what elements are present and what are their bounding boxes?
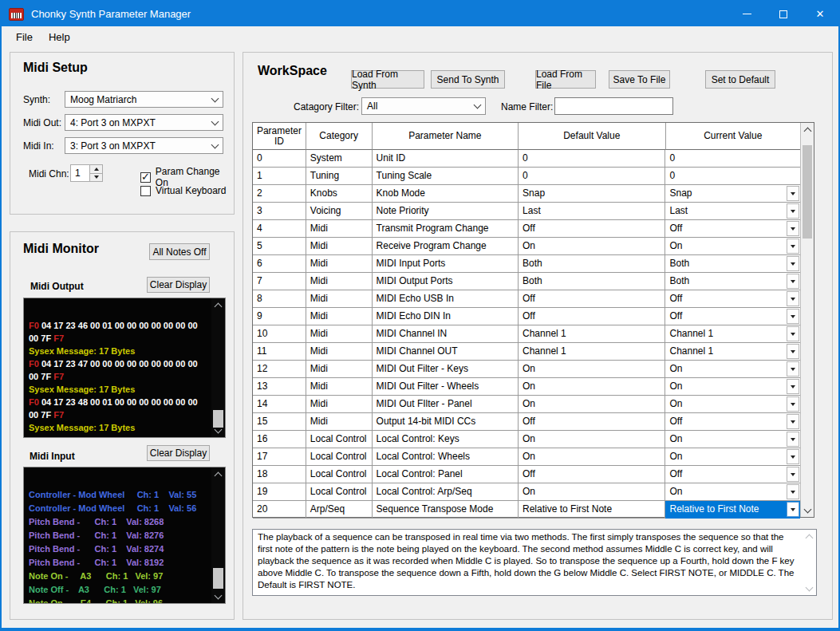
cell-dropdown-button[interactable]	[787, 449, 799, 464]
menu-file[interactable]: File	[8, 28, 41, 46]
cell-current-value[interactable]: Channel 1	[665, 343, 800, 361]
table-row[interactable]: 18Local ControlLocal Control: PanelOffOf…	[253, 466, 800, 483]
cell-current-value[interactable]: Relative to First Note	[665, 501, 800, 519]
cell-dropdown-button[interactable]	[787, 186, 799, 201]
table-row[interactable]: 12MidiMIDI Out Filter - KeysOnOn	[253, 361, 800, 378]
cell-dropdown-button[interactable]	[787, 361, 799, 377]
table-row[interactable]: 5MidiReceive Program ChangeOnOn	[253, 238, 800, 255]
table-row[interactable]: 15MidiOutput 14-bit MIDI CCsOffOff	[253, 413, 800, 431]
dropdown-arrow-icon	[791, 298, 795, 301]
cell-dropdown-button[interactable]	[787, 467, 799, 482]
cell-current-value[interactable]: Last	[665, 203, 800, 220]
table-row[interactable]: 13MidiMIDI Out Filter - WheelsOnOn	[253, 378, 800, 396]
load-from-file-button[interactable]: Load From File	[535, 70, 596, 89]
table-row[interactable]: 6MidiMIDI Input PortsBothBoth	[253, 255, 800, 273]
clear-display-input-button[interactable]: Clear Display	[147, 445, 210, 461]
cell-dropdown-button[interactable]	[787, 203, 799, 219]
cell-current-value[interactable]: Off	[665, 220, 800, 238]
table-row[interactable]: 11MidiMIDI Channel OUTChannel 1Channel 1	[253, 343, 800, 361]
table-row[interactable]: 1TuningTuning Scale00	[253, 168, 800, 185]
spin-up-button[interactable]	[90, 165, 102, 174]
table-row[interactable]: 10MidiMIDI Channel INChannel 1Channel 1	[253, 325, 800, 343]
dropdown-arrow-icon	[791, 456, 795, 459]
spin-down-button[interactable]	[90, 174, 102, 182]
cell-parameter-id: 16	[253, 431, 306, 448]
cell-dropdown-button[interactable]	[787, 379, 799, 394]
parameter-description-box[interactable]: The playback of a sequence can be transp…	[252, 529, 817, 596]
midi-channel-stepper[interactable]: 1	[70, 164, 103, 182]
table-row[interactable]: 3VoicingNote PriorityLastLast	[253, 203, 800, 220]
midi-output-scrollbar[interactable]	[211, 298, 225, 437]
cell-current-value[interactable]: On	[665, 396, 800, 413]
clear-display-output-button[interactable]: Clear Display	[147, 277, 210, 293]
cell-dropdown-button[interactable]	[787, 274, 799, 289]
midi-in-combobox[interactable]: 3: Port 3 on MXPXT	[65, 137, 223, 154]
cell-current-value[interactable]: On	[665, 431, 800, 448]
cell-current-value[interactable]: Off	[665, 290, 800, 308]
table-row[interactable]: 14MidiMIDI Out FIlter - PanelOnOn	[253, 396, 800, 413]
menu-help[interactable]: Help	[41, 28, 78, 46]
close-button[interactable]: ✕	[802, 2, 838, 26]
cell-current-value[interactable]: On	[665, 361, 800, 378]
midi-monitor-title: Midi Monitor	[23, 242, 99, 256]
table-row[interactable]: 20Arp/SeqSequence Transpose ModeRelative…	[253, 501, 800, 519]
table-row[interactable]: 8MidiMIDI Echo USB InOffOff	[253, 290, 800, 308]
table-row[interactable]: 19Local ControlLocal Control: Arp/SeqOnO…	[253, 483, 800, 501]
grid-scrollbar[interactable]	[800, 123, 814, 517]
cell-current-value[interactable]: 0	[665, 150, 800, 168]
cell-dropdown-button[interactable]	[787, 326, 799, 341]
table-row[interactable]: 9MidiMIDI Echo DIN InOffOff	[253, 308, 800, 325]
midi-out-combobox[interactable]: 4: Port 3 on MXPXT	[65, 114, 223, 131]
cell-current-value[interactable]: Snap	[665, 185, 800, 203]
cell-current-value[interactable]: On	[665, 448, 800, 466]
cell-category: Midi	[306, 396, 373, 413]
save-to-file-button[interactable]: Save To File	[609, 70, 670, 89]
virtual-keyboard-checkbox[interactable]: Virtual Keyboard	[140, 185, 227, 196]
cell-dropdown-button[interactable]	[787, 291, 799, 306]
cell-dropdown-button[interactable]	[787, 432, 799, 447]
cell-current-value[interactable]: Off	[665, 308, 800, 325]
set-to-default-button[interactable]: Set to Default	[705, 70, 775, 89]
midi-output-console[interactable]: F0 04 17 23 46 00 01 00 00 00 00 00 00 0…	[23, 298, 226, 438]
console-text-segment: Sysex Message: 17 Bytes	[29, 346, 135, 356]
cell-dropdown-button[interactable]	[787, 484, 799, 499]
cell-dropdown-button[interactable]	[787, 239, 799, 254]
scroll-thumb[interactable]	[213, 568, 223, 589]
cell-current-value[interactable]: Channel 1	[665, 325, 800, 343]
cell-current-value[interactable]: On	[665, 483, 800, 501]
cell-current-value[interactable]: 0	[665, 168, 800, 185]
cell-dropdown-button[interactable]	[787, 396, 799, 412]
minimize-button[interactable]	[728, 2, 765, 26]
cell-current-value[interactable]: Both	[665, 273, 800, 290]
cell-current-value[interactable]: Off	[665, 413, 800, 431]
cell-current-value[interactable]: On	[665, 378, 800, 396]
table-row[interactable]: 4MidiTransmit Program ChangeOffOff	[253, 220, 800, 238]
table-row[interactable]: 16Local ControlLocal Control: KeysOnOn	[253, 431, 800, 448]
category-filter-combobox[interactable]: All	[361, 97, 486, 115]
cell-current-value[interactable]: On	[665, 238, 800, 255]
midi-input-console[interactable]: Controller - Mod Wheel Ch: 1 Val: 55Cont…	[23, 467, 226, 604]
cell-dropdown-button[interactable]	[787, 344, 799, 359]
cell-dropdown-button[interactable]	[787, 309, 799, 324]
description-scrollbar[interactable]	[803, 530, 816, 595]
table-row[interactable]: 2KnobsKnob ModeSnapSnap	[253, 185, 800, 203]
table-row[interactable]: 17Local ControlLocal Control: WheelsOnOn	[253, 448, 800, 466]
midi-input-scrollbar[interactable]	[211, 467, 225, 603]
all-notes-off-button[interactable]: All Notes Off	[149, 243, 210, 260]
synth-combobox[interactable]: Moog Matriarch	[65, 91, 223, 108]
cell-dropdown-button[interactable]	[787, 414, 799, 429]
cell-dropdown-button[interactable]	[787, 502, 799, 517]
load-from-synth-button[interactable]: Load From Synth	[351, 70, 424, 89]
cell-current-value[interactable]: Off	[665, 466, 800, 483]
table-row[interactable]: 7MidiMIDI Output PortsBothBoth	[253, 273, 800, 290]
name-filter-input[interactable]	[554, 97, 673, 115]
table-row[interactable]: 0SystemUnit ID00	[253, 150, 800, 168]
scroll-thumb[interactable]	[803, 145, 812, 239]
cell-dropdown-button[interactable]	[787, 256, 799, 271]
current-value-text: Last	[669, 205, 688, 216]
cell-dropdown-button[interactable]	[787, 221, 799, 236]
title-bar[interactable]: Chonky Synth Parameter Manager ✕	[2, 2, 838, 26]
cell-current-value[interactable]: Both	[665, 255, 800, 273]
send-to-synth-button[interactable]: Send To Synth	[431, 70, 505, 89]
maximize-button[interactable]	[765, 2, 802, 26]
